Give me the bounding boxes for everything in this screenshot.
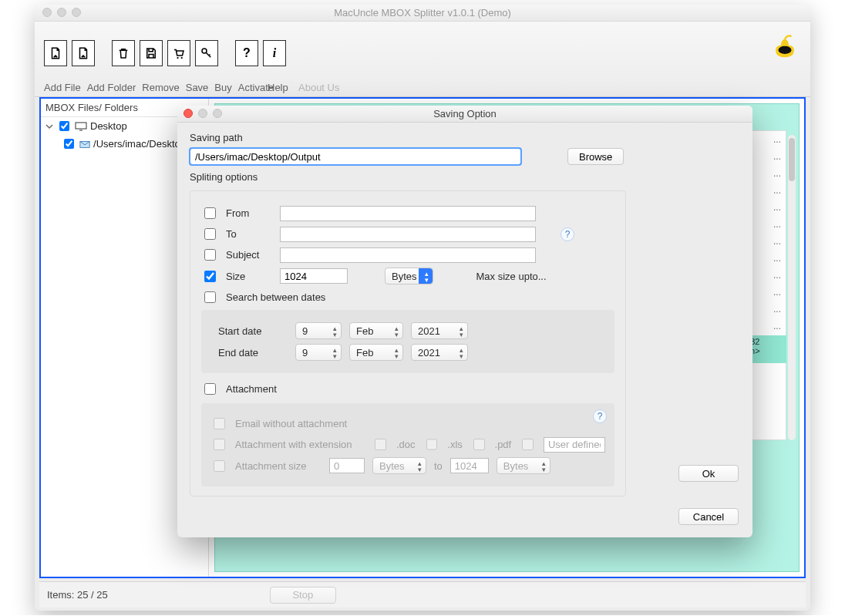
- toolbar-labels-1: Add File Add Folder Remove Save Buy Acti…: [44, 82, 274, 93]
- subject-input[interactable]: [280, 247, 536, 263]
- att-without-checkbox: [214, 418, 225, 429]
- toolbar-labels-3: About Us: [298, 82, 339, 93]
- about-button[interactable]: i: [263, 40, 286, 66]
- end-month-select[interactable]: Feb▴▾: [349, 344, 403, 361]
- att-to-label: to: [434, 460, 443, 472]
- save-button[interactable]: [140, 40, 163, 66]
- size-input[interactable]: [280, 268, 348, 284]
- file-add-icon: [49, 46, 62, 60]
- mbox-icon: [79, 140, 90, 149]
- label-add-file: Add File: [44, 82, 81, 93]
- to-help-icon[interactable]: ?: [561, 227, 574, 241]
- remove-button[interactable]: [112, 40, 135, 66]
- subject-checkbox[interactable]: [204, 249, 216, 261]
- label-remove: Remove: [142, 82, 179, 93]
- pdf-label: .pdf: [495, 439, 512, 450]
- end-date-label: End date: [210, 347, 288, 358]
- userdef-checkbox: [522, 439, 534, 450]
- buy-button[interactable]: [167, 40, 190, 66]
- modal-close-dot[interactable]: [183, 109, 193, 118]
- doc-checkbox: [375, 439, 386, 450]
- help-button[interactable]: ?: [235, 40, 258, 66]
- key-icon: [200, 46, 214, 60]
- attachment-help-icon[interactable]: ?: [593, 409, 607, 423]
- add-folder-button[interactable]: [72, 40, 95, 66]
- tree-label-desktop: Desktop: [90, 120, 127, 132]
- modal-title: Saving Option: [433, 108, 497, 119]
- min-dot[interactable]: [57, 8, 66, 17]
- scrollbar-thumb[interactable]: [789, 138, 795, 181]
- max-size-label: Max size upto...: [476, 271, 547, 282]
- start-date-label: Start date: [210, 325, 288, 337]
- folder-add-icon: [76, 46, 90, 60]
- svg-rect-4: [76, 123, 86, 129]
- tree-checkbox-desktop[interactable]: [59, 121, 69, 131]
- main-titlebar: MacUncle MBOX Splitter v1.0.1 (Demo): [35, 5, 810, 22]
- to-label: To: [226, 228, 272, 240]
- label-buy: Buy: [214, 82, 231, 93]
- stop-button[interactable]: Stop: [270, 587, 336, 604]
- att-ext-checkbox: [214, 439, 225, 450]
- userdef-input: [544, 437, 605, 453]
- ok-button[interactable]: Ok: [678, 465, 739, 482]
- main-traffic-lights: [42, 8, 81, 17]
- att-size-from-unit: Bytes▴▾: [372, 457, 426, 474]
- attachment-checkbox[interactable]: [204, 383, 216, 395]
- svg-point-0: [177, 57, 178, 59]
- label-help: Help: [268, 82, 288, 93]
- modal-zoom-dot: [213, 109, 222, 118]
- from-input[interactable]: [280, 206, 536, 221]
- preview-scrollbar[interactable]: [788, 135, 796, 440]
- close-dot[interactable]: [42, 8, 52, 17]
- splitting-groupbox: From To ? Subject Size Byt: [190, 190, 626, 497]
- attachment-box: ? Email without attachment Attachment wi…: [201, 403, 614, 486]
- modal-min-dot: [198, 109, 207, 118]
- xls-checkbox: [426, 439, 438, 450]
- item-count: Items: 25 / 25: [47, 589, 108, 601]
- tree-checkbox-path[interactable]: [64, 139, 74, 149]
- floppy-icon: [144, 46, 158, 60]
- browse-button[interactable]: Browse: [567, 148, 624, 165]
- att-size-checkbox: [214, 460, 225, 472]
- svg-point-3: [779, 46, 792, 54]
- activate-button[interactable]: [195, 40, 218, 66]
- size-unit-select[interactable]: Bytes ▴▾: [385, 268, 433, 284]
- label-add-folder: Add Folder: [87, 82, 136, 93]
- att-without-label: Email without attachment: [235, 418, 347, 429]
- start-day-select[interactable]: 9▴▾: [295, 322, 342, 339]
- size-label: Size: [226, 271, 272, 282]
- size-checkbox[interactable]: [204, 271, 216, 282]
- status-bar: Items: 25 / 25 Stop: [39, 581, 806, 608]
- main-title: MacUncle MBOX Splitter v1.0.1 (Demo): [334, 7, 511, 19]
- from-checkbox[interactable]: [204, 207, 216, 219]
- subject-label: Subject: [226, 249, 272, 261]
- disclosure-icon: [45, 123, 53, 130]
- monitor-icon: [75, 122, 87, 131]
- splitting-options-label: Spliting options: [190, 171, 740, 183]
- info-icon: i: [273, 46, 276, 60]
- att-ext-label: Attachment with extension: [235, 439, 364, 450]
- modal-titlebar: Saving Option: [177, 106, 752, 123]
- zoom-dot[interactable]: [72, 8, 81, 17]
- toolbar-labels-2: Help: [268, 82, 288, 93]
- trash-icon: [116, 46, 130, 60]
- att-size-to: [450, 458, 489, 473]
- start-month-select[interactable]: Feb▴▾: [349, 322, 403, 339]
- svg-point-1: [181, 57, 183, 59]
- cancel-button[interactable]: Cancel: [678, 508, 739, 525]
- pdf-checkbox: [473, 439, 485, 450]
- add-file-button[interactable]: [44, 40, 67, 66]
- svg-point-2: [202, 49, 207, 53]
- end-year-select[interactable]: 2021▴▾: [411, 344, 468, 361]
- att-size-to-unit: Bytes▴▾: [497, 457, 550, 474]
- start-year-select[interactable]: 2021▴▾: [411, 322, 468, 339]
- question-icon: ?: [243, 46, 251, 60]
- to-input[interactable]: [280, 227, 536, 242]
- saving-path-label: Saving path: [190, 132, 740, 143]
- att-size-label: Attachment size: [235, 460, 322, 472]
- saving-path-input[interactable]: [190, 148, 521, 165]
- dates-checkbox[interactable]: [204, 291, 216, 303]
- from-label: From: [226, 207, 272, 219]
- to-checkbox[interactable]: [204, 228, 216, 240]
- end-day-select[interactable]: 9▴▾: [295, 344, 342, 361]
